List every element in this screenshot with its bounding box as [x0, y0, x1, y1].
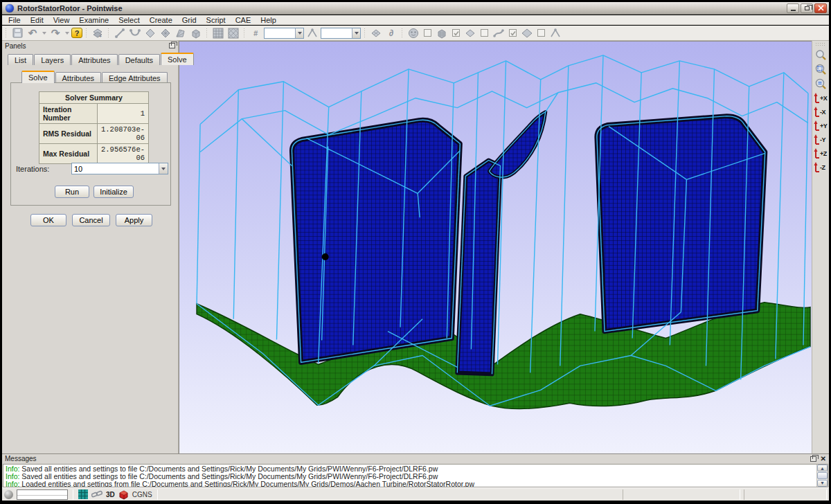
iterations-spinner[interactable] [71, 163, 168, 174]
block-visibility-button[interactable] [435, 26, 449, 39]
view-plus-x-button[interactable]: +X [812, 91, 829, 105]
messages-scrollbar[interactable]: ▲ ▼ [816, 465, 828, 487]
redo-dropdown[interactable] [64, 26, 70, 39]
spacing-button[interactable] [305, 26, 319, 39]
subtab-edge-attributes[interactable]: Edge Attributes [102, 72, 168, 83]
selected-point-marker[interactable] [322, 253, 329, 260]
run-button[interactable]: Run [55, 186, 89, 198]
tab-defaults[interactable]: Defaults [118, 54, 160, 65]
viewport-3d[interactable] [179, 41, 812, 453]
subtab-solve[interactable]: Solve [21, 71, 55, 83]
status-bar: 3D CGNS [2, 487, 829, 501]
ok-button[interactable]: OK [30, 214, 66, 226]
menu-grid[interactable]: Grid [177, 15, 202, 25]
zoom-box-button[interactable] [813, 62, 828, 77]
combo-arrow-button[interactable] [352, 28, 360, 38]
domain-visibility-button[interactable] [463, 26, 477, 39]
create-segment-button[interactable] [113, 26, 127, 39]
initialize-button[interactable]: Initialize [93, 186, 134, 198]
toolbar-grip[interactable] [5, 28, 8, 39]
fan-icon [175, 28, 186, 39]
block-checkbox[interactable] [452, 29, 460, 37]
toolbar-grip[interactable] [401, 28, 404, 39]
dimension-input[interactable] [265, 28, 292, 38]
iterations-input[interactable] [72, 165, 155, 173]
spinner-arrow-button[interactable] [159, 163, 168, 174]
log-text: Loaded entities and settings from file C… [19, 480, 474, 487]
menu-help[interactable]: Help [256, 15, 281, 25]
log-line: Info: Loaded entities and settings from … [6, 480, 814, 487]
toolbar-grip[interactable] [243, 28, 246, 39]
cube-icon [436, 28, 447, 39]
title-bar[interactable]: RotorStatorRotor - Pointwise [2, 2, 829, 15]
undo-dropdown[interactable] [41, 26, 47, 39]
view-minus-y-button[interactable]: -Y [812, 133, 829, 147]
menu-select[interactable]: Select [114, 15, 145, 25]
scroll-thumb[interactable] [817, 472, 828, 478]
menu-create[interactable]: Create [145, 15, 177, 25]
redo-button[interactable]: ↷ [48, 26, 62, 39]
undo-button[interactable]: ↶ [26, 26, 39, 39]
dimension-combobox[interactable] [264, 28, 304, 39]
solve-domain-button[interactable] [369, 26, 383, 39]
combo-arrow-button[interactable] [295, 28, 303, 38]
restore-button[interactable] [801, 3, 813, 13]
scroll-down-button[interactable]: ▼ [817, 480, 828, 487]
dimension-count-button[interactable]: # [249, 26, 262, 39]
toolbar-grip[interactable] [364, 28, 366, 39]
database-checkbox[interactable] [537, 29, 545, 37]
cancel-button[interactable]: Cancel [72, 214, 110, 226]
menu-view[interactable]: View [48, 15, 75, 25]
connector-visibility-button[interactable] [492, 26, 506, 39]
messages-title: Messages [5, 455, 37, 462]
create-fan-button[interactable] [174, 26, 188, 39]
axis-label: -Y [820, 136, 825, 143]
tab-solve[interactable]: Solve [161, 53, 194, 65]
toolbar-grip[interactable] [85, 28, 88, 39]
float-panel-icon[interactable] [169, 43, 175, 48]
subtab-attributes[interactable]: Attributes [55, 72, 101, 83]
tab-attributes[interactable]: Attributes [71, 54, 117, 65]
minimize-button[interactable] [787, 3, 799, 13]
tab-layers[interactable]: Layers [34, 54, 71, 65]
angle2-button[interactable] [548, 26, 562, 39]
create-curve-button[interactable] [128, 26, 142, 39]
create-block-button[interactable] [189, 26, 203, 39]
layers-button[interactable]: + [91, 26, 105, 39]
connector-checkbox[interactable] [509, 29, 517, 37]
view-plus-y-button[interactable]: +Y [812, 119, 829, 133]
float-panel-icon[interactable] [810, 456, 816, 462]
create-domain-button[interactable] [143, 26, 157, 39]
scroll-up-button[interactable]: ▲ [817, 465, 828, 471]
menu-edit[interactable]: Edit [26, 15, 48, 25]
zoom-equal-button[interactable] [813, 77, 828, 91]
mask-checkbox[interactable] [424, 29, 431, 37]
toolbar-grip[interactable] [815, 42, 826, 46]
unstructured-grid-button[interactable] [226, 26, 240, 39]
view-minus-z-button[interactable]: -Z [812, 161, 829, 174]
close-button[interactable] [814, 3, 827, 13]
toolbar-grip[interactable] [107, 28, 110, 39]
domain-checkbox[interactable] [481, 29, 488, 37]
derivative-button[interactable]: ∂ [384, 26, 398, 39]
structured-grid-button[interactable] [211, 26, 225, 39]
menu-cae[interactable]: CAE [231, 15, 256, 25]
menu-examine[interactable]: Examine [74, 15, 114, 25]
spacing-combobox[interactable] [321, 28, 361, 39]
help-button[interactable]: ? [71, 28, 82, 38]
menu-file[interactable]: File [3, 15, 26, 25]
close-icon[interactable]: ✕ [821, 456, 826, 462]
menu-script[interactable]: Script [202, 15, 231, 25]
toolbar-grip[interactable] [206, 28, 208, 39]
zoom-button[interactable] [813, 48, 828, 62]
mask-button[interactable] [406, 26, 420, 39]
apply-button[interactable]: Apply [116, 214, 152, 226]
create-meshed-domain-button[interactable] [159, 26, 172, 39]
database-visibility-button[interactable] [520, 26, 534, 39]
spacing-input[interactable] [321, 28, 349, 38]
view-minus-x-button[interactable]: -X [812, 105, 829, 119]
save-button[interactable] [10, 26, 24, 39]
messages-log[interactable]: Info: Saved all entities and settings to… [3, 464, 828, 487]
view-plus-z-button[interactable]: +Z [812, 147, 829, 161]
tab-list[interactable]: List [8, 54, 33, 65]
